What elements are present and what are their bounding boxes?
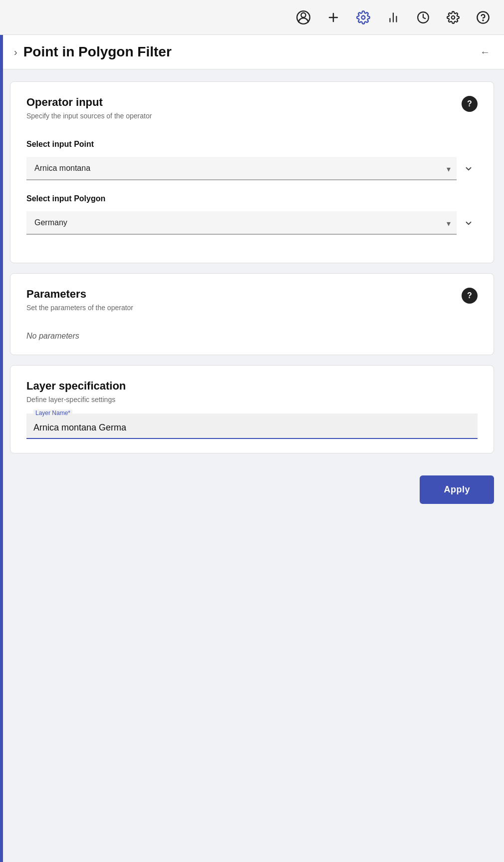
layer-name-input-group: Layer Name* (26, 414, 478, 439)
select-point-wrapper: Arnica montana ▾ (26, 157, 457, 180)
footer-area: Apply (0, 465, 504, 520)
operator-input-help-icon[interactable]: ? (462, 96, 478, 112)
layer-spec-subtitle: Define layer-specific settings (26, 396, 478, 404)
layer-name-label: Layer Name* (33, 410, 72, 417)
operator-input-title: Operator input (26, 96, 152, 109)
content-area: Operator input Specify the input sources… (0, 69, 504, 465)
operator-input-card: Operator input Specify the input sources… (10, 81, 494, 263)
panel-header-left: › Point in Polygon Filter (14, 44, 172, 60)
blue-accent (0, 35, 3, 862)
expand-polygon-chevron-icon[interactable] (460, 214, 478, 232)
select-polygon-group: Select input Polygon Germany ▾ (26, 194, 478, 235)
add-icon[interactable] (324, 8, 342, 26)
select-polygon-wrapper: Germany ▾ (26, 211, 457, 235)
panel-header: › Point in Polygon Filter ← (0, 35, 504, 69)
select-point-group: Select input Point Arnica montana ▾ (26, 140, 478, 180)
parameters-title: Parameters (26, 288, 133, 301)
layer-name-input[interactable] (26, 414, 478, 439)
operator-input-subtitle: Specify the input sources of the operato… (26, 112, 152, 120)
breadcrumb-arrow[interactable]: › (14, 46, 17, 58)
apply-button[interactable]: Apply (420, 475, 494, 504)
animated-gear-icon[interactable] (354, 8, 372, 26)
chart-icon[interactable] (384, 8, 402, 26)
expand-point-chevron-icon[interactable] (460, 160, 478, 178)
toolbar (0, 0, 504, 35)
layer-spec-card: Layer specification Define layer-specifi… (10, 365, 494, 453)
svg-point-0 (301, 12, 305, 17)
parameters-header: Parameters Set the parameters of the ope… (26, 288, 478, 322)
select-polygon-row: Germany ▾ (26, 211, 478, 235)
layer-spec-title: Layer specification (26, 380, 478, 393)
account-icon[interactable] (294, 8, 312, 26)
operator-input-header-text: Operator input Specify the input sources… (26, 96, 152, 130)
select-point-row: Arnica montana ▾ (26, 157, 478, 180)
parameters-header-text: Parameters Set the parameters of the ope… (26, 288, 133, 322)
help-toolbar-icon[interactable] (474, 8, 492, 26)
settings-icon[interactable] (444, 8, 462, 26)
operator-input-header: Operator input Specify the input sources… (26, 96, 478, 130)
svg-point-9 (452, 15, 455, 19)
parameters-subtitle: Set the parameters of the operator (26, 304, 133, 312)
back-arrow-icon[interactable]: ← (480, 46, 490, 58)
history-icon[interactable] (414, 8, 432, 26)
select-polygon-dropdown[interactable]: Germany (26, 211, 457, 235)
parameters-help-icon[interactable]: ? (462, 288, 478, 304)
parameters-card: Parameters Set the parameters of the ope… (10, 273, 494, 355)
main-panel: › Point in Polygon Filter ← Operator inp… (0, 35, 504, 862)
select-point-dropdown[interactable]: Arnica montana (26, 157, 457, 180)
select-point-label: Select input Point (26, 140, 478, 149)
svg-point-4 (362, 15, 365, 19)
page-title: Point in Polygon Filter (23, 44, 172, 60)
no-parameters-text: No parameters (26, 332, 478, 341)
select-polygon-label: Select input Polygon (26, 194, 478, 203)
